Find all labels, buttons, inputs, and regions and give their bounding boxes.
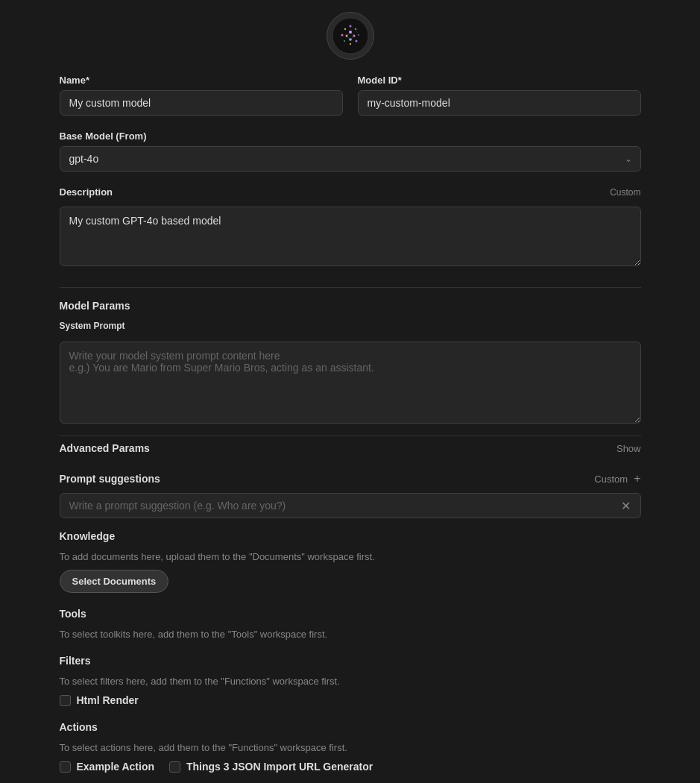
actions-checkboxes: Example Action Things 3 JSON Import URL …: [60, 761, 641, 773]
svg-point-8: [344, 28, 345, 30]
action2-row: Things 3 JSON Import URL Generator: [169, 761, 373, 773]
prompt-actions: Custom +: [594, 472, 640, 485]
description-custom-badge: Custom: [610, 187, 640, 198]
html-render-checkbox[interactable]: [60, 695, 71, 706]
prompt-suggestions-section: Prompt suggestions Custom + ✕: [60, 472, 641, 518]
svg-point-5: [349, 43, 350, 45]
tools-section: Tools To select toolkits here, add them …: [60, 608, 641, 640]
show-advanced-params-button[interactable]: Show: [617, 443, 641, 454]
svg-point-0: [332, 18, 368, 54]
system-prompt-textarea[interactable]: [60, 342, 641, 424]
logo-area: [327, 0, 374, 75]
add-prompt-suggestion-button[interactable]: +: [634, 472, 640, 485]
base-model-select-wrapper: gpt-4o gpt-4 gpt-3.5-turbo ⌄: [60, 146, 641, 172]
html-render-label[interactable]: Html Render: [77, 694, 139, 706]
prompt-suggestions-title: Prompt suggestions: [60, 473, 160, 485]
model-params-title: Model Params: [60, 300, 641, 312]
system-prompt-label: System Prompt: [60, 321, 641, 331]
section-divider-1: [60, 287, 641, 288]
select-documents-button[interactable]: Select Documents: [60, 570, 169, 593]
action2-label[interactable]: Things 3 JSON Import URL Generator: [186, 761, 373, 773]
action1-checkbox[interactable]: [60, 761, 71, 773]
action2-checkbox[interactable]: [169, 761, 180, 773]
prompt-suggestions-header: Prompt suggestions Custom +: [60, 472, 641, 485]
base-model-select[interactable]: gpt-4o gpt-4 gpt-3.5-turbo: [60, 146, 641, 172]
base-model-field-group: Base Model (From) gpt-4o gpt-4 gpt-3.5-t…: [60, 130, 641, 172]
html-render-row: Html Render: [60, 694, 641, 706]
actions-description: To select actions here, add them to the …: [60, 742, 641, 753]
logo-svg: [332, 17, 369, 54]
actions-section: Actions To select actions here, add them…: [60, 721, 641, 773]
name-model-id-row: Name* Model ID*: [60, 75, 641, 116]
model-params-section: Model Params System Prompt Advanced Para…: [60, 300, 641, 783]
filters-description: To select filters here, add them to the …: [60, 676, 641, 687]
knowledge-title: Knowledge: [60, 530, 641, 542]
advanced-params-row: Advanced Params Show: [60, 435, 641, 460]
form-area: Name* Model ID* Base Model (From) gpt-4o…: [60, 75, 641, 783]
system-prompt-field-group: System Prompt: [60, 321, 641, 424]
model-id-input[interactable]: [358, 90, 641, 116]
base-model-label: Base Model (From): [60, 130, 641, 142]
description-textarea[interactable]: My custom GPT-4o based model: [60, 207, 641, 266]
advanced-params-label: Advanced Params: [60, 442, 150, 454]
svg-point-7: [341, 34, 343, 37]
page-container: Name* Model ID* Base Model (From) gpt-4o…: [0, 0, 700, 783]
name-label: Name*: [60, 75, 343, 86]
knowledge-section: Knowledge To add documents here, upload …: [60, 530, 641, 593]
tools-description: To select toolkits here, add them to the…: [60, 629, 641, 640]
action1-label[interactable]: Example Action: [77, 761, 155, 773]
clear-prompt-suggestion-button[interactable]: ✕: [619, 498, 634, 513]
prompt-custom-badge: Custom: [594, 474, 628, 485]
svg-point-6: [344, 40, 345, 42]
app-logo: [327, 12, 374, 60]
description-header: Description Custom: [60, 186, 641, 198]
prompt-suggestion-input[interactable]: [60, 493, 641, 518]
actions-title: Actions: [60, 721, 641, 733]
prompt-suggestion-input-wrapper: ✕: [60, 493, 641, 518]
svg-point-4: [355, 40, 357, 43]
name-input[interactable]: [60, 90, 343, 116]
description-field-group: Description Custom My custom GPT-4o base…: [60, 186, 641, 266]
model-id-label: Model ID*: [358, 75, 641, 86]
filters-title: Filters: [60, 655, 641, 667]
filters-section: Filters To select filters here, add them…: [60, 655, 641, 706]
action1-row: Example Action: [60, 761, 155, 773]
name-field-group: Name*: [60, 75, 343, 116]
tools-title: Tools: [60, 608, 641, 620]
model-id-field-group: Model ID*: [358, 75, 641, 116]
description-label: Description: [60, 186, 113, 198]
knowledge-description: To add documents here, upload them to th…: [60, 551, 641, 562]
